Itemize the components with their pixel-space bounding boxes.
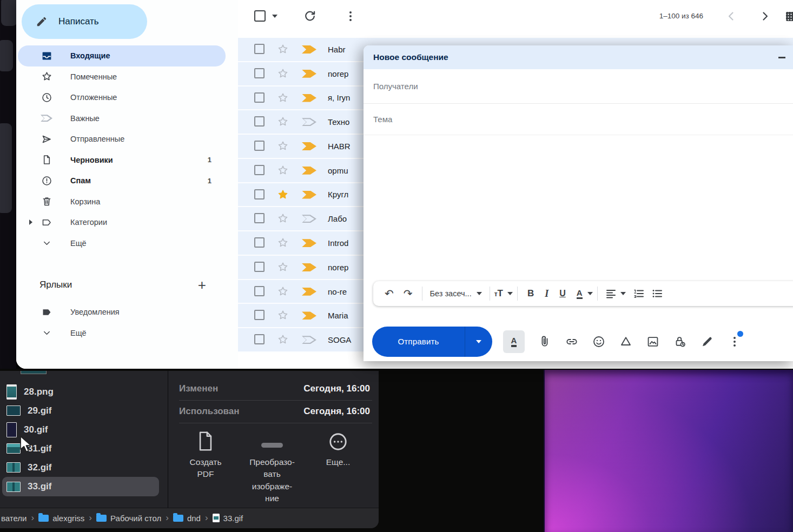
send-options-arrow[interactable] <box>465 327 492 357</box>
breadcrumb-item[interactable]: › 33.gif <box>201 513 243 524</box>
email-checkbox[interactable] <box>254 262 265 272</box>
bulleted-list-button[interactable] <box>652 288 663 299</box>
file-row[interactable]: 31.gif <box>2 439 159 458</box>
align-button[interactable] <box>606 288 617 299</box>
signature-pen-icon[interactable] <box>700 335 714 349</box>
bold-button[interactable]: B <box>522 288 539 299</box>
sidebar-item-categories[interactable]: Категории <box>18 212 226 233</box>
file-row[interactable]: 28.png <box>2 382 159 401</box>
select-dropdown-caret-icon[interactable] <box>272 15 277 18</box>
importance-marker-icon[interactable] <box>302 288 316 296</box>
email-checkbox[interactable] <box>254 68 265 78</box>
insert-image-icon[interactable] <box>646 335 660 349</box>
sidebar-label-notifications[interactable]: Уведомления <box>18 302 226 323</box>
chevron-down-icon[interactable] <box>620 292 626 295</box>
create-pdf-button[interactable]: Создать PDF <box>173 429 238 481</box>
star-toggle-icon[interactable] <box>277 164 289 176</box>
importance-marker-icon[interactable] <box>302 94 316 102</box>
importance-marker-icon[interactable] <box>302 191 316 199</box>
sidebar-item-snoozed[interactable]: Отложенные <box>18 87 226 108</box>
numbered-list-button[interactable] <box>633 288 644 299</box>
input-tools-icon[interactable] <box>786 12 793 21</box>
chevron-down-icon[interactable] <box>507 292 513 295</box>
select-all-checkbox[interactable] <box>254 10 266 22</box>
text-color-button[interactable]: A <box>577 288 583 299</box>
email-checkbox[interactable] <box>254 189 265 200</box>
more-send-options-icon[interactable] <box>728 335 741 349</box>
importance-marker-icon[interactable] <box>302 215 316 223</box>
importance-marker-icon[interactable] <box>302 336 316 344</box>
star-toggle-icon[interactable] <box>277 334 289 345</box>
sidebar-labels-more[interactable]: Ещё <box>18 323 226 344</box>
star-toggle-icon[interactable] <box>277 261 289 273</box>
email-checkbox[interactable] <box>254 165 265 175</box>
more-options-icon[interactable] <box>344 10 357 23</box>
breadcrumb-item[interactable]: › alexgriss <box>27 513 85 524</box>
breadcrumb-item[interactable]: › ватели <box>1 514 27 523</box>
importance-marker-icon[interactable] <box>302 239 316 247</box>
attach-file-icon[interactable] <box>538 335 552 349</box>
star-toggle-icon[interactable] <box>277 116 289 128</box>
send-button[interactable]: Отправить <box>372 327 492 357</box>
file-row[interactable]: 30.gif <box>2 420 159 439</box>
next-page-icon[interactable] <box>758 10 771 23</box>
recipients-field[interactable]: Получатели <box>364 69 793 104</box>
sidebar-item-sent[interactable]: Отправленные <box>18 129 226 150</box>
email-checkbox[interactable] <box>254 310 265 320</box>
convert-image-button[interactable]: Преобразо- вать изображе- ние <box>237 429 307 505</box>
sidebar-item-more[interactable]: Ещё <box>18 233 226 254</box>
sidebar-item-important[interactable]: Важные <box>18 108 226 129</box>
star-toggle-icon[interactable] <box>277 285 289 297</box>
star-toggle-icon[interactable] <box>277 189 289 201</box>
importance-marker-icon[interactable] <box>302 311 316 320</box>
importance-marker-icon[interactable] <box>302 118 316 126</box>
compose-button[interactable]: Написать <box>22 4 147 39</box>
file-row[interactable]: 33.gif <box>2 477 159 496</box>
file-row[interactable]: 32.gif <box>2 458 159 477</box>
minimize-icon[interactable] <box>778 57 785 58</box>
italic-button[interactable]: I <box>539 288 554 300</box>
file-row[interactable]: 29.gif <box>2 401 159 420</box>
insert-link-icon[interactable] <box>565 335 579 349</box>
email-checkbox[interactable] <box>254 213 265 223</box>
email-checkbox[interactable] <box>254 44 265 54</box>
star-toggle-icon[interactable] <box>277 309 289 321</box>
font-size-button[interactable]: тТ <box>494 288 503 299</box>
chevron-down-icon[interactable] <box>587 292 593 295</box>
confidential-mode-icon[interactable] <box>673 335 687 349</box>
star-toggle-icon[interactable] <box>277 237 289 249</box>
star-toggle-icon[interactable] <box>277 68 289 79</box>
sidebar-item-inbox[interactable]: Входящие <box>18 45 226 66</box>
importance-marker-icon[interactable] <box>302 70 316 78</box>
sidebar-item-spam[interactable]: Спам 1 <box>18 170 226 191</box>
importance-marker-icon[interactable] <box>302 45 316 54</box>
breadcrumb-item[interactable]: › dnd <box>161 513 201 524</box>
previous-page-icon[interactable] <box>725 10 738 23</box>
expander-triangle-icon[interactable] <box>29 220 32 225</box>
email-checkbox[interactable] <box>254 334 265 344</box>
star-toggle-icon[interactable] <box>277 43 289 55</box>
email-checkbox[interactable] <box>254 237 265 248</box>
star-toggle-icon[interactable] <box>277 92 289 104</box>
sidebar-item-starred[interactable]: Помеченные <box>18 66 226 88</box>
more-actions-button[interactable]: Еще... <box>306 429 371 468</box>
email-checkbox[interactable] <box>254 92 265 103</box>
star-toggle-icon[interactable] <box>277 212 289 224</box>
breadcrumb-item[interactable]: › Рабочий стол <box>84 513 161 524</box>
refresh-icon[interactable] <box>303 9 317 23</box>
insert-emoji-icon[interactable] <box>592 335 606 349</box>
email-checkbox[interactable] <box>254 141 265 151</box>
importance-marker-icon[interactable] <box>302 167 316 175</box>
sidebar-item-drafts[interactable]: Черновики 1 <box>18 150 226 171</box>
subject-field[interactable]: Тема <box>364 104 793 135</box>
font-family-select[interactable]: Без засеч... <box>427 289 485 298</box>
compose-header[interactable]: Новое сообщение <box>364 45 793 69</box>
sidebar-item-trash[interactable]: Корзина <box>18 191 226 212</box>
email-checkbox[interactable] <box>254 286 265 296</box>
underline-button[interactable]: U <box>554 289 571 298</box>
email-checkbox[interactable] <box>254 116 265 127</box>
importance-marker-icon[interactable] <box>302 263 316 271</box>
importance-marker-icon[interactable] <box>302 142 316 150</box>
redo-icon[interactable]: ↷ <box>399 282 418 305</box>
undo-icon[interactable]: ↶ <box>380 282 399 305</box>
